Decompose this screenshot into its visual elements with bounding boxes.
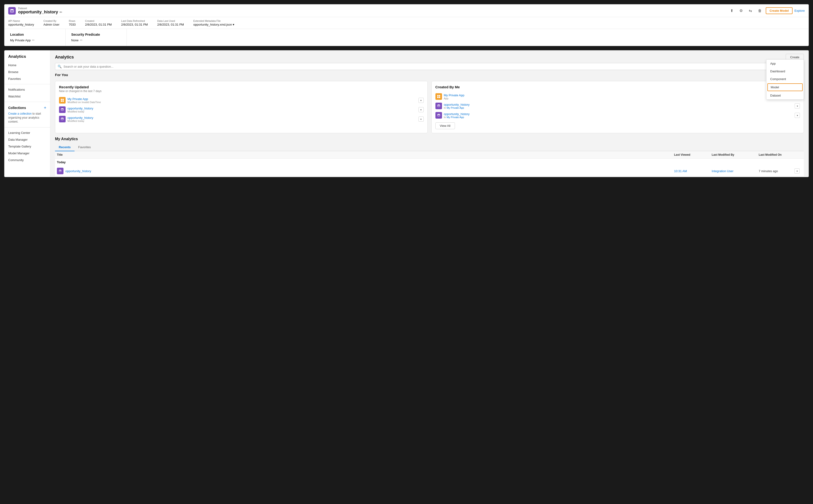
my-analytics-heading: My Analytics: [55, 137, 804, 141]
recent-item-2-link[interactable]: opportunity_history: [67, 107, 93, 110]
row-modified-by: Integration User: [710, 169, 757, 173]
sidebar-divider-3: [4, 127, 50, 128]
dataset-icon-5: [435, 112, 442, 119]
svg-point-0: [10, 9, 14, 10]
created-item-2-app-link[interactable]: My Private App: [447, 106, 464, 109]
security-section: Security Predicate None ✏: [66, 29, 127, 46]
created-item-2-link[interactable]: opportunity_history: [444, 103, 470, 106]
settings-button[interactable]: ⚙: [737, 7, 745, 14]
created-item-1: My Private App App ▾: [435, 92, 800, 101]
col-actions: [794, 153, 804, 156]
create-model-button[interactable]: Create Model: [766, 7, 793, 14]
table-header: Title Last Viewed Last Modified By Last …: [55, 151, 804, 159]
recent-item-2-chevron[interactable]: ▾: [418, 107, 424, 112]
sidebar-item-browse[interactable]: Browse: [4, 69, 50, 75]
sidebar-item-learning-center[interactable]: Learning Center: [4, 129, 50, 136]
sidebar-item-community[interactable]: Community: [4, 157, 50, 163]
row-actions-button[interactable]: ▾: [794, 168, 800, 174]
search-input[interactable]: [63, 65, 801, 68]
meta-extended-metadata: Extended Metadata File opportunity_histo…: [193, 19, 235, 26]
row-last-viewed: 10:31 AM: [672, 169, 710, 173]
created-item-1-link[interactable]: My Private App: [444, 93, 464, 97]
sidebar-divider-2: [4, 102, 50, 102]
sidebar-item-favorites[interactable]: Favorites: [4, 75, 50, 82]
recent-item-3-chevron[interactable]: ▾: [418, 116, 424, 122]
sidebar-item-template-gallery[interactable]: Template Gallery: [4, 143, 50, 150]
app-icon-2: [435, 93, 442, 100]
sidebar-bottom-nav: Learning Center Data Manager Template Ga…: [4, 129, 50, 163]
location-section: Location My Private App ✏: [4, 29, 66, 46]
dropdown-item-app[interactable]: App: [766, 60, 804, 67]
created-item-3-app-link[interactable]: My Private App: [447, 116, 464, 119]
created-item-2-chevron[interactable]: ▾: [795, 103, 800, 109]
created-by-me-title: Created By Me: [435, 85, 800, 89]
dataset-label: Dataset: [18, 7, 62, 10]
connect-button[interactable]: ⇆: [747, 7, 754, 14]
recent-item-1: My Private App Modified on Invalid DateT…: [59, 96, 424, 105]
svg-rect-3: [61, 101, 62, 102]
delete-button[interactable]: 🗑: [756, 7, 764, 14]
svg-rect-10: [439, 97, 440, 98]
svg-rect-9: [437, 97, 438, 98]
recent-item-1-link[interactable]: My Private App: [67, 97, 88, 101]
location-value: My Private App ✏: [10, 38, 60, 42]
upload-button[interactable]: ⬆: [728, 7, 735, 14]
created-item-3-chevron[interactable]: ▾: [795, 113, 800, 118]
svg-point-6: [61, 118, 63, 119]
sidebar-title: Analytics: [4, 54, 50, 62]
dropdown-item-component[interactable]: Component: [766, 75, 804, 83]
row-name-link[interactable]: opportunity_history: [65, 169, 91, 173]
svg-point-5: [61, 108, 63, 109]
sidebar-item-model-manager[interactable]: Model Manager: [4, 150, 50, 157]
dataset-body: Location My Private App ✏ Security Predi…: [4, 29, 809, 46]
dropdown-item-model[interactable]: Model: [767, 83, 803, 91]
dataset-header-right: ⬆ ⚙ ⇆ 🗑 Create Model Explore: [728, 7, 805, 14]
recent-item-2: opportunity_history Modified today ▾: [59, 105, 424, 114]
dataset-name-edit-icon[interactable]: ✏: [59, 10, 62, 14]
sidebar-item-notifications[interactable]: Notifications: [4, 86, 50, 93]
sidebar-item-data-manager[interactable]: Data Manager: [4, 136, 50, 143]
meta-rows: Rows 7033: [69, 19, 76, 26]
created-item-3-link[interactable]: opportunity_history: [444, 112, 470, 116]
dataset-name: opportunity_history ✏: [18, 10, 62, 15]
my-analytics-section: My Analytics Recents Favorites Title Las…: [50, 137, 809, 176]
recent-item-3-link[interactable]: opportunity_history: [67, 116, 93, 120]
meta-created-by: Created By Admin User: [43, 19, 59, 26]
location-edit-icon[interactable]: ✏: [32, 38, 35, 42]
col-modified-on: Last Modified On: [757, 153, 794, 156]
search-input-wrap: 🔍: [55, 63, 804, 70]
collections-add-button[interactable]: +: [44, 106, 46, 110]
search-icon: 🔍: [58, 65, 62, 68]
row-modified-on: 7 minutes ago: [757, 169, 794, 173]
tab-recents[interactable]: Recents: [55, 143, 74, 151]
recent-item-1-chevron[interactable]: ▾: [418, 98, 424, 103]
search-bar: 🔍: [50, 63, 809, 73]
sidebar-divider-1: [4, 84, 50, 84]
explore-button[interactable]: Explore: [794, 9, 805, 12]
dataset-icon-2: [59, 106, 66, 113]
sidebar-item-home[interactable]: Home: [4, 62, 50, 69]
sidebar: Analytics Home Browse Favorites Notifica…: [4, 50, 50, 177]
recent-item-3: opportunity_history Modified today ▾: [59, 114, 424, 124]
col-modified-by: Last Modified By: [710, 153, 757, 156]
security-edit-icon[interactable]: ✏: [80, 38, 83, 42]
main-title: Analytics: [55, 55, 74, 60]
view-all-button[interactable]: View All: [435, 122, 455, 129]
cards-row: Recently Updated New or changed in the l…: [50, 81, 809, 137]
tab-favorites[interactable]: Favorites: [74, 143, 94, 151]
create-collection-link[interactable]: Create a collection: [8, 112, 31, 115]
main-content: Analytics Create 🔍 For You Recently Upda…: [50, 50, 809, 177]
today-group-label: Today: [55, 159, 804, 166]
sidebar-item-watchlist[interactable]: Watchlist: [4, 93, 50, 100]
svg-rect-7: [437, 95, 438, 97]
row-dataset-icon: [57, 168, 63, 174]
dataset-icon-4: [435, 103, 442, 109]
dropdown-item-dashboard[interactable]: Dashboard: [766, 67, 804, 75]
svg-rect-8: [439, 95, 440, 97]
main-header: Analytics Create: [50, 50, 809, 63]
svg-point-12: [437, 114, 440, 115]
dropdown-item-dataset[interactable]: Dataset: [766, 92, 804, 99]
for-you-heading-wrap: For You: [50, 73, 809, 81]
svg-point-11: [437, 105, 440, 105]
tabs-bar: Recents Favorites: [55, 143, 804, 151]
